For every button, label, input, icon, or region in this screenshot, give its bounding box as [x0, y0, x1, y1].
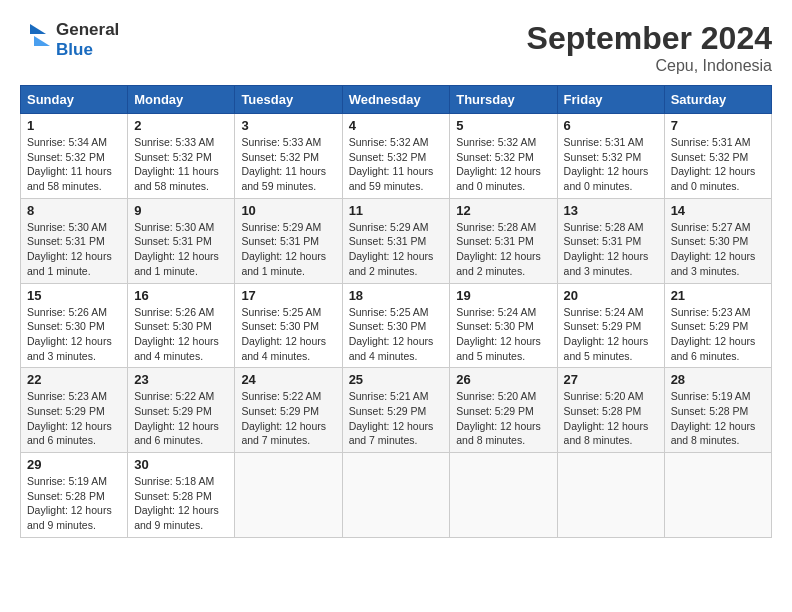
weekday-header-thursday: Thursday — [450, 86, 557, 114]
page-header: General Blue September 2024 Cepu, Indone… — [20, 20, 772, 75]
calendar-day-cell: 5Sunrise: 5:32 AM Sunset: 5:32 PM Daylig… — [450, 114, 557, 199]
calendar-day-cell: 11Sunrise: 5:29 AM Sunset: 5:31 PM Dayli… — [342, 198, 450, 283]
location: Cepu, Indonesia — [527, 57, 772, 75]
day-number: 8 — [27, 203, 121, 218]
empty-cell — [342, 453, 450, 538]
day-number: 12 — [456, 203, 550, 218]
day-info: Sunrise: 5:24 AM Sunset: 5:29 PM Dayligh… — [564, 305, 658, 364]
calendar-week-row: 1Sunrise: 5:34 AM Sunset: 5:32 PM Daylig… — [21, 114, 772, 199]
day-info: Sunrise: 5:18 AM Sunset: 5:28 PM Dayligh… — [134, 474, 228, 533]
calendar-table: SundayMondayTuesdayWednesdayThursdayFrid… — [20, 85, 772, 538]
calendar-week-row: 29Sunrise: 5:19 AM Sunset: 5:28 PM Dayli… — [21, 453, 772, 538]
weekday-header-saturday: Saturday — [664, 86, 771, 114]
day-info: Sunrise: 5:20 AM Sunset: 5:28 PM Dayligh… — [564, 389, 658, 448]
day-number: 23 — [134, 372, 228, 387]
calendar-day-cell: 2Sunrise: 5:33 AM Sunset: 5:32 PM Daylig… — [128, 114, 235, 199]
day-number: 6 — [564, 118, 658, 133]
calendar-day-cell: 20Sunrise: 5:24 AM Sunset: 5:29 PM Dayli… — [557, 283, 664, 368]
day-number: 17 — [241, 288, 335, 303]
day-number: 15 — [27, 288, 121, 303]
day-number: 13 — [564, 203, 658, 218]
day-info: Sunrise: 5:28 AM Sunset: 5:31 PM Dayligh… — [456, 220, 550, 279]
calendar-day-cell: 21Sunrise: 5:23 AM Sunset: 5:29 PM Dayli… — [664, 283, 771, 368]
day-info: Sunrise: 5:26 AM Sunset: 5:30 PM Dayligh… — [27, 305, 121, 364]
empty-cell — [557, 453, 664, 538]
logo: General Blue — [20, 20, 119, 59]
svg-marker-0 — [30, 24, 46, 34]
day-info: Sunrise: 5:24 AM Sunset: 5:30 PM Dayligh… — [456, 305, 550, 364]
day-number: 19 — [456, 288, 550, 303]
day-info: Sunrise: 5:30 AM Sunset: 5:31 PM Dayligh… — [27, 220, 121, 279]
calendar-day-cell: 4Sunrise: 5:32 AM Sunset: 5:32 PM Daylig… — [342, 114, 450, 199]
logo-text-blue: Blue — [56, 40, 119, 60]
calendar-day-cell: 18Sunrise: 5:25 AM Sunset: 5:30 PM Dayli… — [342, 283, 450, 368]
day-info: Sunrise: 5:20 AM Sunset: 5:29 PM Dayligh… — [456, 389, 550, 448]
day-number: 7 — [671, 118, 765, 133]
calendar-day-cell: 27Sunrise: 5:20 AM Sunset: 5:28 PM Dayli… — [557, 368, 664, 453]
month-title: September 2024 — [527, 20, 772, 57]
weekday-header-wednesday: Wednesday — [342, 86, 450, 114]
calendar-day-cell: 3Sunrise: 5:33 AM Sunset: 5:32 PM Daylig… — [235, 114, 342, 199]
day-info: Sunrise: 5:23 AM Sunset: 5:29 PM Dayligh… — [27, 389, 121, 448]
calendar-day-cell: 16Sunrise: 5:26 AM Sunset: 5:30 PM Dayli… — [128, 283, 235, 368]
day-info: Sunrise: 5:32 AM Sunset: 5:32 PM Dayligh… — [349, 135, 444, 194]
day-info: Sunrise: 5:26 AM Sunset: 5:30 PM Dayligh… — [134, 305, 228, 364]
day-info: Sunrise: 5:19 AM Sunset: 5:28 PM Dayligh… — [27, 474, 121, 533]
calendar-day-cell: 26Sunrise: 5:20 AM Sunset: 5:29 PM Dayli… — [450, 368, 557, 453]
day-number: 28 — [671, 372, 765, 387]
day-number: 25 — [349, 372, 444, 387]
day-info: Sunrise: 5:32 AM Sunset: 5:32 PM Dayligh… — [456, 135, 550, 194]
day-info: Sunrise: 5:23 AM Sunset: 5:29 PM Dayligh… — [671, 305, 765, 364]
calendar-day-cell: 24Sunrise: 5:22 AM Sunset: 5:29 PM Dayli… — [235, 368, 342, 453]
day-number: 30 — [134, 457, 228, 472]
weekday-header-row: SundayMondayTuesdayWednesdayThursdayFrid… — [21, 86, 772, 114]
empty-cell — [450, 453, 557, 538]
calendar-week-row: 8Sunrise: 5:30 AM Sunset: 5:31 PM Daylig… — [21, 198, 772, 283]
empty-cell — [235, 453, 342, 538]
day-number: 21 — [671, 288, 765, 303]
calendar-day-cell: 1Sunrise: 5:34 AM Sunset: 5:32 PM Daylig… — [21, 114, 128, 199]
day-number: 10 — [241, 203, 335, 218]
weekday-header-tuesday: Tuesday — [235, 86, 342, 114]
empty-cell — [664, 453, 771, 538]
day-info: Sunrise: 5:25 AM Sunset: 5:30 PM Dayligh… — [349, 305, 444, 364]
calendar-day-cell: 19Sunrise: 5:24 AM Sunset: 5:30 PM Dayli… — [450, 283, 557, 368]
weekday-header-sunday: Sunday — [21, 86, 128, 114]
svg-marker-1 — [34, 36, 50, 46]
day-info: Sunrise: 5:22 AM Sunset: 5:29 PM Dayligh… — [241, 389, 335, 448]
day-number: 18 — [349, 288, 444, 303]
day-info: Sunrise: 5:21 AM Sunset: 5:29 PM Dayligh… — [349, 389, 444, 448]
logo-bird-icon — [20, 20, 52, 56]
day-info: Sunrise: 5:31 AM Sunset: 5:32 PM Dayligh… — [564, 135, 658, 194]
calendar-day-cell: 8Sunrise: 5:30 AM Sunset: 5:31 PM Daylig… — [21, 198, 128, 283]
calendar-day-cell: 22Sunrise: 5:23 AM Sunset: 5:29 PM Dayli… — [21, 368, 128, 453]
calendar-week-row: 22Sunrise: 5:23 AM Sunset: 5:29 PM Dayli… — [21, 368, 772, 453]
day-number: 20 — [564, 288, 658, 303]
day-info: Sunrise: 5:27 AM Sunset: 5:30 PM Dayligh… — [671, 220, 765, 279]
weekday-header-friday: Friday — [557, 86, 664, 114]
calendar-day-cell: 29Sunrise: 5:19 AM Sunset: 5:28 PM Dayli… — [21, 453, 128, 538]
day-info: Sunrise: 5:33 AM Sunset: 5:32 PM Dayligh… — [241, 135, 335, 194]
calendar-day-cell: 7Sunrise: 5:31 AM Sunset: 5:32 PM Daylig… — [664, 114, 771, 199]
calendar-day-cell: 25Sunrise: 5:21 AM Sunset: 5:29 PM Dayli… — [342, 368, 450, 453]
calendar-week-row: 15Sunrise: 5:26 AM Sunset: 5:30 PM Dayli… — [21, 283, 772, 368]
day-number: 2 — [134, 118, 228, 133]
calendar-day-cell: 23Sunrise: 5:22 AM Sunset: 5:29 PM Dayli… — [128, 368, 235, 453]
day-number: 1 — [27, 118, 121, 133]
day-number: 16 — [134, 288, 228, 303]
day-number: 9 — [134, 203, 228, 218]
day-info: Sunrise: 5:19 AM Sunset: 5:28 PM Dayligh… — [671, 389, 765, 448]
calendar-day-cell: 9Sunrise: 5:30 AM Sunset: 5:31 PM Daylig… — [128, 198, 235, 283]
day-number: 27 — [564, 372, 658, 387]
day-info: Sunrise: 5:31 AM Sunset: 5:32 PM Dayligh… — [671, 135, 765, 194]
day-info: Sunrise: 5:22 AM Sunset: 5:29 PM Dayligh… — [134, 389, 228, 448]
calendar-day-cell: 12Sunrise: 5:28 AM Sunset: 5:31 PM Dayli… — [450, 198, 557, 283]
calendar-day-cell: 28Sunrise: 5:19 AM Sunset: 5:28 PM Dayli… — [664, 368, 771, 453]
day-number: 29 — [27, 457, 121, 472]
day-info: Sunrise: 5:28 AM Sunset: 5:31 PM Dayligh… — [564, 220, 658, 279]
calendar-day-cell: 17Sunrise: 5:25 AM Sunset: 5:30 PM Dayli… — [235, 283, 342, 368]
day-info: Sunrise: 5:29 AM Sunset: 5:31 PM Dayligh… — [349, 220, 444, 279]
day-info: Sunrise: 5:29 AM Sunset: 5:31 PM Dayligh… — [241, 220, 335, 279]
day-number: 11 — [349, 203, 444, 218]
calendar-day-cell: 15Sunrise: 5:26 AM Sunset: 5:30 PM Dayli… — [21, 283, 128, 368]
